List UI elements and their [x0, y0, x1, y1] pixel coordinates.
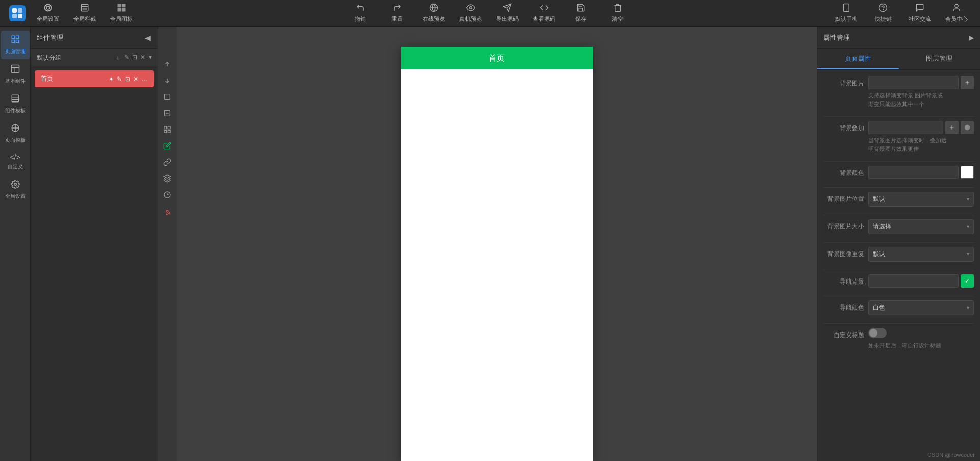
page-item-actions: ✦ ✎ ⊡ ✕ …	[109, 75, 148, 83]
right-panel-expand-btn[interactable]: ▶	[969, 34, 974, 41]
bg-overlay-add-btn[interactable]: ＋	[945, 121, 959, 134]
undo-icon	[356, 3, 365, 14]
save-button[interactable]: 保存	[562, 1, 599, 25]
tab-page-properties[interactable]: 页面属性	[817, 49, 899, 69]
phone-nav: 首页	[401, 47, 593, 69]
global-icons-label: 全局图标	[110, 15, 133, 23]
tool-edit[interactable]	[160, 139, 175, 153]
page-more-icon[interactable]: …	[141, 75, 148, 83]
right-panel-title: 属性管理	[823, 33, 850, 42]
tool-square[interactable]	[160, 90, 175, 104]
tool-grid[interactable]	[160, 122, 175, 137]
group-actions: ＋ ✎ ⊡ ✕ ▾	[115, 54, 152, 62]
sidebar-item-global-config[interactable]: 全局设置	[1, 175, 30, 204]
page-delete-icon[interactable]: ✕	[133, 75, 138, 83]
preview-device-button[interactable]: 真机预览	[452, 1, 489, 25]
group-expand-btn[interactable]: ▾	[149, 54, 152, 62]
member-icon	[952, 3, 961, 14]
prop-label-bg-position: 背景图片位置	[823, 192, 864, 203]
custom-title-toggle[interactable]	[868, 328, 887, 338]
default-phone-button[interactable]: 默认手机	[828, 1, 865, 25]
panel-collapse-btn[interactable]: ◀	[144, 33, 152, 43]
global-settings-button[interactable]: 全局设置	[30, 1, 66, 25]
nav-bg-confirm-btn[interactable]: ✓	[961, 274, 974, 288]
sidebar-item-page-management[interactable]: 页面管理	[1, 31, 30, 59]
prop-label-nav-bg: 导航背景	[823, 274, 864, 286]
nav-bg-input[interactable]: #07c160	[868, 274, 959, 288]
clear-label: 清空	[612, 15, 623, 23]
tool-move-up[interactable]	[160, 57, 175, 71]
tool-circle[interactable]	[160, 188, 175, 202]
view-source-button[interactable]: 查看源码	[526, 1, 562, 25]
community-button[interactable]: 社区交流	[901, 1, 938, 25]
bg-position-select-wrapper: 默认 ▾	[868, 192, 974, 207]
sidebar-item-basic-components[interactable]: 基本组件	[1, 60, 30, 89]
member-button[interactable]: 会员中心	[938, 1, 975, 25]
global-screenshot-button[interactable]: 全局栏截	[66, 1, 103, 25]
bg-overlay-color-btn[interactable]	[961, 121, 974, 134]
bg-image-add-btn[interactable]: ＋	[961, 76, 974, 89]
watermark-text: CSDN @howcoder	[927, 452, 975, 458]
preview-online-button[interactable]: 在线预览	[415, 1, 452, 25]
bg-image-input[interactable]	[868, 76, 959, 89]
bg-overlay-input[interactable]	[868, 121, 943, 134]
page-copy-icon[interactable]: ⊡	[125, 75, 130, 83]
bg-position-select[interactable]: 默认 ▾	[868, 192, 974, 207]
redo-button[interactable]: 重置	[379, 1, 415, 25]
screenshot-icon	[80, 3, 89, 14]
sidebar-item-page-templates[interactable]: 页面模板	[1, 119, 30, 148]
default-phone-label: 默认手机	[835, 15, 857, 23]
group-add-btn[interactable]: ＋	[115, 54, 121, 62]
prop-label-bg-overlay: 背景叠加	[823, 121, 864, 133]
right-panel: 属性管理 ▶ 页面属性 图层管理 背景图片 ＋ 支持选择渐变背景,图片背景或 渐…	[817, 27, 980, 461]
svg-rect-9	[118, 8, 121, 12]
tool-layers[interactable]	[160, 171, 175, 186]
prop-value-bg-overlay: ＋ 当背景图片选择渐变时，叠加透 明背景图片效果更佳	[868, 121, 974, 153]
global-config-icon	[11, 180, 20, 191]
page-edit-icon[interactable]: ✎	[117, 75, 122, 83]
global-settings-label: 全局设置	[37, 15, 59, 23]
prop-row-bg-position: 背景图片位置 默认 ▾	[823, 192, 974, 207]
toolbar-right-group: 默认手机 快捷键 社区交流 会员中心	[828, 1, 975, 25]
redo-label: 重置	[391, 15, 403, 23]
tool-minus[interactable]	[160, 106, 175, 120]
svg-point-48	[166, 210, 168, 212]
preview-device-label: 真机预览	[459, 15, 482, 23]
bg-position-value: 默认	[873, 195, 885, 203]
canvas-content: 首页	[177, 27, 817, 461]
group-edit-btn[interactable]: ✎	[124, 54, 129, 62]
nav-color-select[interactable]: 白色 ▾	[868, 300, 974, 315]
svg-point-49	[965, 125, 970, 131]
group-copy-btn[interactable]: ⊡	[132, 54, 137, 62]
tool-link[interactable]	[160, 155, 175, 169]
bg-repeat-select[interactable]: 默认 ▾	[868, 247, 974, 262]
global-icons-button[interactable]: 全局图标	[103, 1, 140, 25]
bg-color-swatch[interactable]	[961, 166, 974, 179]
tab-layer-management[interactable]: 图层管理	[899, 49, 981, 69]
undo-button[interactable]: 撤销	[342, 1, 379, 25]
prop-value-nav-bg: #07c160 ✓	[868, 274, 974, 288]
shortcuts-button[interactable]: 快捷键	[865, 1, 901, 25]
tool-settings-gear[interactable]	[160, 204, 175, 218]
clear-button[interactable]: 清空	[599, 1, 636, 25]
svg-rect-6	[83, 8, 87, 10]
tool-move-down[interactable]	[160, 73, 175, 88]
svg-rect-1	[18, 8, 22, 13]
logo	[5, 5, 30, 21]
sidebar-item-custom[interactable]: </> 自定义	[1, 149, 30, 174]
prop-row-nav-color: 导航颜色 白色 ▾	[823, 300, 974, 315]
community-label: 社区交流	[909, 15, 931, 23]
separator-4	[823, 215, 974, 215]
preview-online-icon	[429, 3, 438, 14]
bg-size-select[interactable]: 请选择 ▾	[868, 219, 974, 234]
bg-overlay-input-group: ＋	[868, 121, 974, 134]
save-label: 保存	[575, 15, 586, 23]
group-delete-btn[interactable]: ✕	[140, 54, 145, 62]
page-move-icon[interactable]: ✦	[109, 75, 114, 83]
export-code-button[interactable]: 导出源码	[489, 1, 526, 25]
icons-icon	[117, 3, 126, 14]
page-item-home[interactable]: 首页 ✦ ✎ ⊡ ✕ …	[35, 70, 154, 87]
bg-color-input[interactable]	[868, 166, 959, 179]
sidebar-item-component-templates[interactable]: 组件模板	[1, 90, 30, 118]
component-templates-label: 组件模板	[5, 107, 26, 114]
